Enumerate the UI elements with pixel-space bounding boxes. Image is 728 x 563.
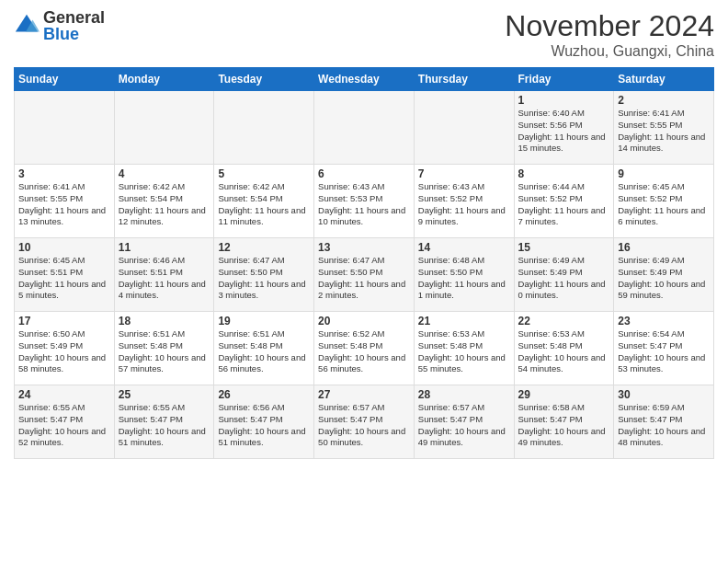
calendar-cell: 8Sunrise: 6:44 AM Sunset: 5:52 PM Daylig… — [514, 165, 614, 238]
calendar-cell — [314, 91, 415, 165]
calendar-cell: 9Sunrise: 6:45 AM Sunset: 5:52 PM Daylig… — [614, 165, 714, 238]
day-info: Sunrise: 6:42 AM Sunset: 5:54 PM Dayligh… — [119, 181, 210, 228]
calendar-cell: 17Sunrise: 6:50 AM Sunset: 5:49 PM Dayli… — [15, 312, 115, 385]
day-number: 30 — [618, 388, 710, 401]
day-info: Sunrise: 6:45 AM Sunset: 5:51 PM Dayligh… — [18, 255, 110, 302]
calendar-cell: 2Sunrise: 6:41 AM Sunset: 5:55 PM Daylig… — [614, 91, 714, 165]
calendar-cell: 14Sunrise: 6:48 AM Sunset: 5:50 PM Dayli… — [414, 238, 514, 312]
calendar-cell: 6Sunrise: 6:43 AM Sunset: 5:53 PM Daylig… — [314, 165, 415, 238]
day-number: 19 — [218, 315, 310, 327]
day-number: 21 — [418, 315, 510, 327]
calendar-title: November 2024 — [505, 9, 714, 43]
calendar-table: SundayMondayTuesdayWednesdayThursdayFrid… — [14, 67, 714, 459]
day-info: Sunrise: 6:47 AM Sunset: 5:50 PM Dayligh… — [218, 255, 310, 302]
day-info: Sunrise: 6:42 AM Sunset: 5:54 PM Dayligh… — [218, 181, 310, 228]
calendar-cell: 11Sunrise: 6:46 AM Sunset: 5:51 PM Dayli… — [114, 238, 214, 312]
calendar-container: General Blue November 2024 Wuzhou, Guang… — [0, 0, 728, 468]
logo-text: General Blue — [43, 9, 105, 42]
day-info: Sunrise: 6:40 AM Sunset: 5:56 PM Dayligh… — [518, 108, 610, 155]
calendar-cell: 16Sunrise: 6:49 AM Sunset: 5:49 PM Dayli… — [614, 238, 714, 312]
day-info: Sunrise: 6:51 AM Sunset: 5:48 PM Dayligh… — [218, 328, 310, 375]
week-row-4: 17Sunrise: 6:50 AM Sunset: 5:49 PM Dayli… — [15, 312, 714, 385]
calendar-cell: 28Sunrise: 6:57 AM Sunset: 5:47 PM Dayli… — [414, 385, 514, 459]
day-info: Sunrise: 6:49 AM Sunset: 5:49 PM Dayligh… — [518, 255, 610, 302]
day-header-thursday: Thursday — [414, 68, 514, 91]
calendar-cell: 18Sunrise: 6:51 AM Sunset: 5:48 PM Dayli… — [114, 312, 214, 385]
calendar-cell: 13Sunrise: 6:47 AM Sunset: 5:50 PM Dayli… — [314, 238, 415, 312]
day-header-saturday: Saturday — [614, 68, 714, 91]
day-info: Sunrise: 6:49 AM Sunset: 5:49 PM Dayligh… — [618, 255, 710, 302]
logo-general-text: General — [43, 9, 105, 26]
day-info: Sunrise: 6:52 AM Sunset: 5:48 PM Dayligh… — [318, 328, 410, 375]
day-info: Sunrise: 6:57 AM Sunset: 5:47 PM Dayligh… — [418, 402, 510, 449]
day-number: 13 — [318, 241, 410, 254]
day-number: 15 — [518, 241, 610, 254]
day-number: 2 — [618, 94, 710, 107]
calendar-cell: 12Sunrise: 6:47 AM Sunset: 5:50 PM Dayli… — [214, 238, 314, 312]
day-number: 20 — [318, 315, 410, 327]
calendar-cell: 1Sunrise: 6:40 AM Sunset: 5:56 PM Daylig… — [514, 91, 614, 165]
calendar-cell: 4Sunrise: 6:42 AM Sunset: 5:54 PM Daylig… — [114, 165, 214, 238]
day-header-tuesday: Tuesday — [214, 68, 314, 91]
day-number: 28 — [418, 388, 510, 401]
logo: General Blue — [14, 9, 105, 42]
day-number: 5 — [218, 167, 310, 180]
calendar-cell: 21Sunrise: 6:53 AM Sunset: 5:48 PM Dayli… — [414, 312, 514, 385]
day-info: Sunrise: 6:41 AM Sunset: 5:55 PM Dayligh… — [18, 181, 110, 228]
calendar-cell: 3Sunrise: 6:41 AM Sunset: 5:55 PM Daylig… — [15, 165, 115, 238]
calendar-cell: 15Sunrise: 6:49 AM Sunset: 5:49 PM Dayli… — [514, 238, 614, 312]
title-block: November 2024 Wuzhou, Guangxi, China — [505, 9, 714, 60]
day-info: Sunrise: 6:41 AM Sunset: 5:55 PM Dayligh… — [618, 108, 710, 155]
day-number: 26 — [218, 388, 310, 401]
day-info: Sunrise: 6:55 AM Sunset: 5:47 PM Dayligh… — [119, 402, 210, 449]
day-header-wednesday: Wednesday — [314, 68, 415, 91]
calendar-cell: 10Sunrise: 6:45 AM Sunset: 5:51 PM Dayli… — [15, 238, 115, 312]
day-header-sunday: Sunday — [15, 68, 115, 91]
day-number: 16 — [618, 241, 710, 254]
day-number: 4 — [119, 167, 210, 180]
day-info: Sunrise: 6:43 AM Sunset: 5:53 PM Dayligh… — [318, 181, 410, 228]
day-info: Sunrise: 6:46 AM Sunset: 5:51 PM Dayligh… — [119, 255, 210, 302]
day-number: 12 — [218, 241, 310, 254]
day-info: Sunrise: 6:44 AM Sunset: 5:52 PM Dayligh… — [518, 181, 610, 228]
day-number: 18 — [119, 315, 210, 327]
week-row-3: 10Sunrise: 6:45 AM Sunset: 5:51 PM Dayli… — [15, 238, 714, 312]
day-number: 11 — [119, 241, 210, 254]
calendar-header: SundayMondayTuesdayWednesdayThursdayFrid… — [15, 68, 714, 91]
calendar-cell — [214, 91, 314, 165]
day-header-friday: Friday — [514, 68, 614, 91]
calendar-cell: 26Sunrise: 6:56 AM Sunset: 5:47 PM Dayli… — [214, 385, 314, 459]
day-number: 8 — [518, 167, 610, 180]
calendar-body: 1Sunrise: 6:40 AM Sunset: 5:56 PM Daylig… — [15, 91, 714, 459]
day-number: 29 — [518, 388, 610, 401]
calendar-cell: 22Sunrise: 6:53 AM Sunset: 5:48 PM Dayli… — [514, 312, 614, 385]
header-row: SundayMondayTuesdayWednesdayThursdayFrid… — [15, 68, 714, 91]
calendar-subtitle: Wuzhou, Guangxi, China — [505, 43, 714, 60]
calendar-cell: 30Sunrise: 6:59 AM Sunset: 5:47 PM Dayli… — [614, 385, 714, 459]
day-info: Sunrise: 6:50 AM Sunset: 5:49 PM Dayligh… — [18, 328, 110, 375]
calendar-cell: 24Sunrise: 6:55 AM Sunset: 5:47 PM Dayli… — [15, 385, 115, 459]
week-row-2: 3Sunrise: 6:41 AM Sunset: 5:55 PM Daylig… — [15, 165, 714, 238]
day-number: 10 — [18, 241, 110, 254]
logo-blue-text: Blue — [43, 26, 105, 42]
week-row-1: 1Sunrise: 6:40 AM Sunset: 5:56 PM Daylig… — [15, 91, 714, 165]
day-info: Sunrise: 6:53 AM Sunset: 5:48 PM Dayligh… — [418, 328, 510, 375]
day-number: 25 — [119, 388, 210, 401]
calendar-cell: 25Sunrise: 6:55 AM Sunset: 5:47 PM Dayli… — [114, 385, 214, 459]
day-number: 9 — [618, 167, 710, 180]
day-info: Sunrise: 6:59 AM Sunset: 5:47 PM Dayligh… — [618, 402, 710, 449]
day-header-monday: Monday — [114, 68, 214, 91]
day-number: 17 — [18, 315, 110, 327]
day-number: 24 — [18, 388, 110, 401]
calendar-cell — [114, 91, 214, 165]
day-number: 22 — [518, 315, 610, 327]
logo-icon — [14, 13, 40, 39]
day-info: Sunrise: 6:56 AM Sunset: 5:47 PM Dayligh… — [218, 402, 310, 449]
day-info: Sunrise: 6:58 AM Sunset: 5:47 PM Dayligh… — [518, 402, 610, 449]
day-info: Sunrise: 6:43 AM Sunset: 5:52 PM Dayligh… — [418, 181, 510, 228]
week-row-5: 24Sunrise: 6:55 AM Sunset: 5:47 PM Dayli… — [15, 385, 714, 459]
day-info: Sunrise: 6:55 AM Sunset: 5:47 PM Dayligh… — [18, 402, 110, 449]
day-number: 7 — [418, 167, 510, 180]
calendar-cell: 19Sunrise: 6:51 AM Sunset: 5:48 PM Dayli… — [214, 312, 314, 385]
day-number: 3 — [18, 167, 110, 180]
